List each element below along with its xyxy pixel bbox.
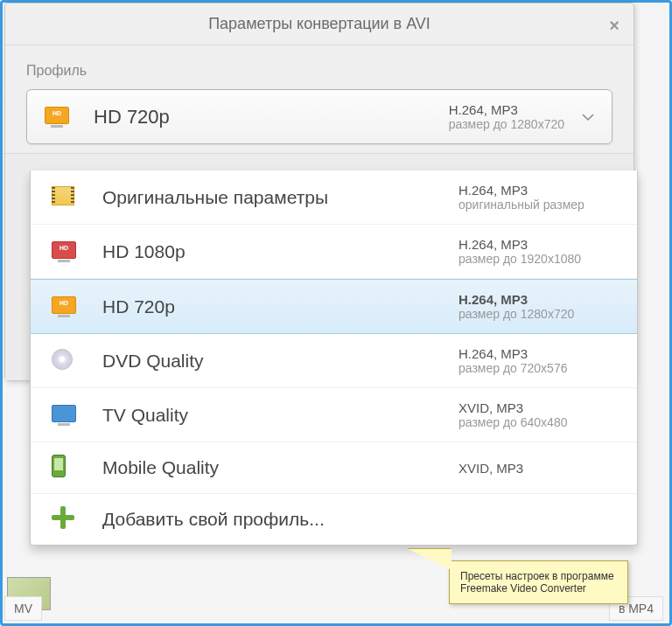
option-name: Mobile Quality <box>102 457 458 478</box>
phone-icon <box>52 455 83 481</box>
monitor-icon <box>52 405 83 426</box>
add-profile-label: Добавить свой профиль... <box>102 509 616 530</box>
option-size: размер до 1920x1080 <box>458 252 616 266</box>
chevron-down-icon <box>582 109 594 125</box>
option-codecs: XVID, MP3 <box>458 400 616 415</box>
callout-tooltip: Пресеты настроек в программе Freemake Vi… <box>449 560 628 604</box>
profile-option-original[interactable]: Оригинальные параметры H.264, MP3 оригин… <box>31 170 637 225</box>
film-icon <box>52 186 83 209</box>
option-name: HD 1080p <box>102 241 458 262</box>
selected-codecs: H.264, MP3 <box>449 102 564 117</box>
profile-option-1080p[interactable]: HD HD 1080p H.264, MP3 размер до 1920x10… <box>31 225 637 279</box>
dialog-title: Параметры конвертации в AVI <box>208 15 430 33</box>
profile-dropdown-list: Оригинальные параметры H.264, MP3 оригин… <box>30 170 638 546</box>
add-profile-option[interactable]: Добавить свой профиль... <box>31 494 637 545</box>
disc-icon <box>52 349 83 373</box>
option-codecs: XVID, MP3 <box>458 461 616 476</box>
plus-icon <box>52 506 83 532</box>
title-bar: Параметры конвертации в AVI × <box>5 3 634 45</box>
option-codecs: H.264, MP3 <box>458 292 616 307</box>
selected-size: размер до 1280x720 <box>449 117 564 131</box>
option-name: HD 720p <box>102 296 458 317</box>
monitor-hd-icon: HD <box>45 107 76 128</box>
close-button[interactable]: × <box>609 16 620 36</box>
profile-option-dvd[interactable]: DVD Quality H.264, MP3 размер до 720x576 <box>31 334 637 388</box>
selected-profile-meta: H.264, MP3 размер до 1280x720 <box>449 102 564 131</box>
option-size: размер до 1280x720 <box>458 307 616 321</box>
option-name: Оригинальные параметры <box>102 187 458 208</box>
option-name: TV Quality <box>102 405 458 426</box>
selected-profile-name: HD 720p <box>94 106 449 129</box>
dialog-content: Профиль HD HD 720p H.264, MP3 размер до … <box>5 45 634 153</box>
profile-dropdown-selected[interactable]: HD HD 720p H.264, MP3 размер до 1280x720 <box>26 89 612 144</box>
profile-option-tv[interactable]: TV Quality XVID, MP3 размер до 640x480 <box>31 388 637 442</box>
bg-tab-left: MV <box>4 596 42 621</box>
profile-option-720p[interactable]: HD HD 720p H.264, MP3 размер до 1280x720 <box>31 279 637 334</box>
option-size: размер до 640x480 <box>458 415 616 429</box>
option-name: DVD Quality <box>102 351 458 372</box>
option-codecs: H.264, MP3 <box>458 237 616 252</box>
option-size: размер до 720x576 <box>458 361 616 375</box>
monitor-hd-icon: HD <box>52 241 83 262</box>
profile-label: Профиль <box>26 63 612 79</box>
option-codecs: H.264, MP3 <box>458 346 616 361</box>
profile-option-mobile[interactable]: Mobile Quality XVID, MP3 <box>31 442 637 494</box>
option-codecs: H.264, MP3 <box>458 183 616 198</box>
monitor-hd-icon: HD <box>52 296 83 317</box>
option-size: оригинальный размер <box>458 198 616 212</box>
callout-text: Пресеты настроек в программе Freemake Vi… <box>460 570 614 595</box>
